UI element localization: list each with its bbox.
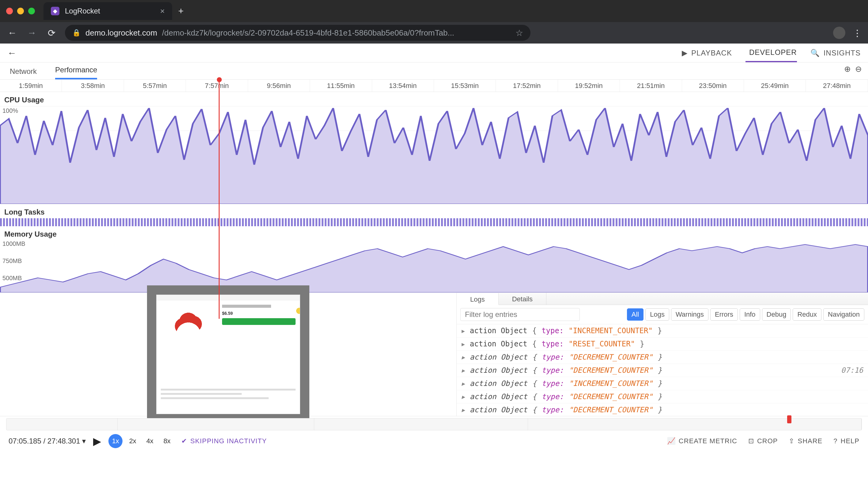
browser-tab-strip: ◆ LogRocket × + [0,0,868,22]
controls-right: 📈CREATE METRIC⊡CROP⇪SHARE?HELP [667,437,860,445]
filter-btn-navigation[interactable]: Navigation [823,308,864,321]
subtab-performance[interactable]: Performance [55,66,97,79]
filter-btn-all[interactable]: All [627,308,644,321]
playback-controls: 07:05.185 / 27:48.301 ▾ ▶ 1x2x4x8x ✔ SKI… [0,430,868,452]
close-tab-icon[interactable]: × [160,6,165,16]
zoom-in-icon[interactable]: ⊕ [844,64,851,74]
reload-button[interactable]: ⟳ [45,28,58,38]
log-row[interactable]: ▶action Object {type: "DECREMENT_COUNTER… [457,403,868,416]
window-controls [6,8,35,15]
log-row[interactable]: ▶action Object {type: "DECREMENT_COUNTER… [457,364,868,377]
url-path: /demo-kdz7k/logrocket/s/2-09702da4-6519-… [162,28,454,38]
log-filter-input[interactable] [460,308,580,321]
timeline-scrubber[interactable] [6,418,862,430]
header-tab-playback[interactable]: ▶PLAYBACK [682,49,732,57]
ctrl-help[interactable]: ?HELP [833,437,860,445]
bookmark-star-icon[interactable]: ☆ [516,28,523,38]
memory-chart[interactable]: 1000MB750MB500MB [0,240,868,292]
ctrl-crop[interactable]: ⊡CROP [748,437,778,445]
filter-btn-info[interactable]: Info [740,308,760,321]
log-row[interactable]: ▶action Object {type: "INCREMENT_COUNTER… [457,324,868,338]
scrubber-handle[interactable] [787,415,792,423]
session-preview[interactable]: $6.59 [0,293,456,416]
log-tab-logs[interactable]: Logs [457,293,499,305]
filter-btn-logs[interactable]: Logs [645,308,669,321]
expand-icon[interactable]: ▶ [462,394,465,400]
maximize-window-icon[interactable] [28,8,35,15]
expand-icon[interactable]: ▶ [462,328,465,334]
header-tab-developer[interactable]: DEVELOPER [745,48,797,62]
browser-menu-icon[interactable]: ⋮ [853,28,862,38]
tab-title: LogRocket [65,7,100,15]
lock-icon: 🔒 [72,29,81,37]
time-tick: 23:50min [682,80,744,92]
filter-btn-debug[interactable]: Debug [762,308,791,321]
speed-4x[interactable]: 4x [143,434,157,448]
ctrl-create-metric[interactable]: 📈CREATE METRIC [667,437,737,445]
long-tasks-strip[interactable] [0,218,868,226]
check-icon: ✔ [181,437,187,445]
zoom-controls: ⊕ ⊖ [844,64,862,74]
time-tick: 7:57min [186,80,248,92]
expand-icon[interactable]: ▶ [462,380,465,387]
log-row[interactable]: ▶action Object {type: "INCREMENT_COUNTER… [457,377,868,390]
skip-inactivity-toggle[interactable]: ✔ SKIPPING INACTIVITY [181,437,267,445]
app-header: ← ▶PLAYBACKDEVELOPER🔍INSIGHTS [0,44,868,62]
insights-icon: 🔍 [810,49,820,57]
new-tab-button[interactable]: + [178,6,184,16]
close-window-icon[interactable] [6,8,13,15]
app-back-button[interactable]: ← [7,48,17,58]
memory-label: Memory Usage [0,226,868,240]
lower-panel: $6.59 LogsDetails AllLogsWarningsErrorsI… [0,292,868,416]
speed-8x[interactable]: 8x [160,434,174,448]
expand-icon[interactable]: ▶ [462,341,465,347]
playhead-marker[interactable] [219,80,220,319]
chrome-right-controls: ⋮ [833,27,862,39]
back-button[interactable]: ← [6,28,19,38]
log-rows[interactable]: ▶action Object {type: "INCREMENT_COUNTER… [457,324,868,416]
address-bar[interactable]: 🔒 demo.logrocket.com /demo-kdz7k/logrock… [65,25,530,41]
product-image-icon [161,305,216,348]
browser-tab[interactable]: ◆ LogRocket × [43,2,172,20]
filter-btn-redux[interactable]: Redux [793,308,822,321]
logs-pane: LogsDetails AllLogsWarningsErrorsInfoDeb… [456,293,868,416]
time-tick: 27:48min [806,80,868,92]
expand-icon[interactable]: ▶ [462,354,465,361]
help-icon: ? [833,437,837,445]
expand-icon[interactable]: ▶ [462,407,465,413]
play-button[interactable]: ▶ [93,435,101,447]
cpu-chart[interactable]: 100%75%50%25% [0,106,868,204]
filter-btn-errors[interactable]: Errors [710,308,738,321]
expand-icon[interactable]: ▶ [462,367,465,374]
playback-icon: ▶ [682,49,688,57]
time-tick: 1:59min [0,80,62,92]
zoom-out-icon[interactable]: ⊖ [855,64,862,74]
profile-avatar[interactable] [833,27,845,39]
minimize-window-icon[interactable] [17,8,24,15]
speed-buttons: 1x2x4x8x [108,434,174,448]
subtab-network[interactable]: Network [10,67,37,79]
crop-icon: ⊡ [748,437,754,445]
time-tick: 9:56min [248,80,310,92]
time-tick: 21:51min [620,80,682,92]
time-ruler[interactable]: 1:59min3:58min5:57min7:57min9:56min11:55… [0,80,868,92]
time-tick: 25:49min [744,80,806,92]
log-row[interactable]: ▶action Object {type: "DECREMENT_COUNTER… [457,351,868,364]
preview-window: $6.59 [156,294,300,414]
memory-area-plot [0,240,868,292]
filter-btn-warnings[interactable]: Warnings [671,308,708,321]
logs-filter-row: AllLogsWarningsErrorsInfoDebugReduxNavig… [457,305,868,324]
longtasks-label: Long Tasks [0,204,868,218]
cursor-icon [296,307,300,315]
ctrl-share[interactable]: ⇪SHARE [789,437,823,445]
forward-button[interactable]: → [26,28,38,38]
time-tick: 3:58min [62,80,124,92]
log-row[interactable]: ▶action Object {type: "DECREMENT_COUNTER… [457,390,868,403]
log-row[interactable]: ▶action Object {type: "RESET_COUNTER"} [457,338,868,351]
speed-2x[interactable]: 2x [126,434,140,448]
logs-tabstrip: LogsDetails [457,293,868,305]
header-tab-insights[interactable]: 🔍INSIGHTS [810,49,861,57]
speed-1x[interactable]: 1x [108,434,123,448]
time-display: 07:05.185 / 27:48.301 ▾ [8,437,86,446]
log-tab-details[interactable]: Details [499,293,547,305]
